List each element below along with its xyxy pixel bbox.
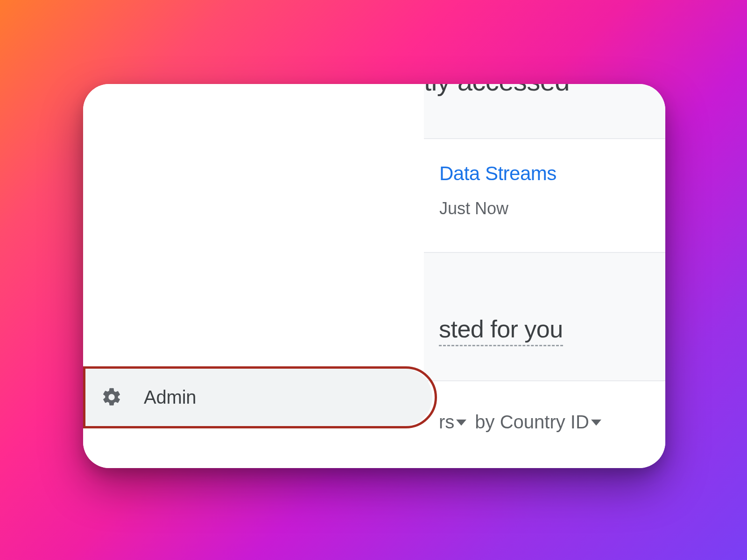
recent-header-title: tly accessed	[424, 84, 570, 97]
recent-item-time: Just Now	[439, 199, 665, 218]
chevron-down-icon	[456, 420, 466, 426]
chevron-down-icon	[591, 420, 601, 426]
filter-by-country[interactable]: by Country ID	[475, 412, 603, 433]
recent-item-title[interactable]: Data Streams	[439, 162, 665, 185]
gear-icon	[101, 386, 122, 408]
sidebar-item-admin[interactable]: Admin	[83, 368, 432, 426]
app-card: tly accessed Data Streams Just Now sted …	[83, 84, 665, 468]
suggested-title: sted for you	[439, 315, 563, 346]
sidebar-item-admin-label: Admin	[144, 387, 196, 408]
recent-item-card[interactable]: Data Streams Just Now	[424, 139, 665, 253]
filters-controls: rs by Country ID	[439, 412, 603, 433]
filter-fragment-1[interactable]: rs	[439, 412, 468, 433]
